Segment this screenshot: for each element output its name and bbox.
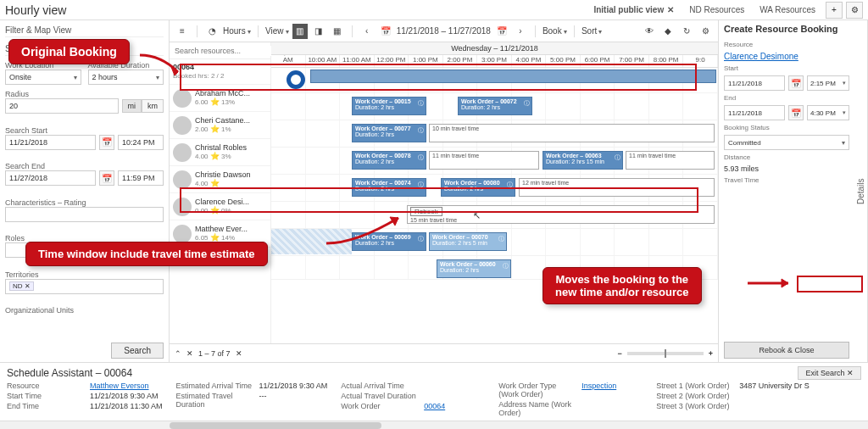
radius-unit-toggle[interactable]: mikm <box>122 99 164 113</box>
work-location-select[interactable]: Onsite <box>5 70 81 85</box>
hours-dropdown[interactable]: Hours <box>223 26 251 36</box>
original-booking[interactable] <box>310 70 716 83</box>
book-dropdown[interactable]: Book <box>542 26 567 36</box>
search-end-label: Search End <box>5 162 164 170</box>
day-header: Wednesday – 11/21/2018 <box>271 42 718 55</box>
gear-icon[interactable]: ⚙ <box>698 24 713 39</box>
calendar-icon[interactable]: 📅 <box>494 24 509 39</box>
radius-input[interactable]: 20 <box>5 98 119 114</box>
details-sidebar[interactable]: Details <box>854 20 868 362</box>
work-order-block[interactable]: Work Order – 00015Duration: 2 hrsⓘ <box>352 97 426 115</box>
search-start-time[interactable]: 10:24 PM <box>118 135 164 150</box>
search-resources-input[interactable] <box>173 46 271 56</box>
prev-page[interactable]: ✕ <box>186 349 193 358</box>
work-order-block[interactable]: Work Order – 00070Duration: 2 hrs 5 minⓘ <box>429 232 507 251</box>
page-title: Hourly view <box>5 3 66 17</box>
work-order-type-link[interactable]: Inspection <box>581 382 616 398</box>
travel-time-window[interactable]: 12 min travel time <box>519 178 715 197</box>
zoom-out-button[interactable]: − <box>617 349 621 358</box>
work-order-block[interactable]: Work Order – 00072Duration: 2 hrsⓘ <box>458 97 532 115</box>
travel-time-window[interactable]: 10 min travel time <box>429 124 715 142</box>
settings-button[interactable]: ⚙ <box>846 2 863 19</box>
booking-marker-icon <box>287 70 305 89</box>
search-button[interactable]: Search <box>111 343 164 359</box>
gantt-row[interactable]: Work Order – 00074Duration: 2 hrsⓘ Work … <box>271 175 718 202</box>
resource-label: Resource <box>724 41 849 48</box>
exit-search-button[interactable]: Exit Search ✕ <box>798 366 861 380</box>
calendar-icon[interactable]: 📅 <box>788 75 804 91</box>
clock-icon: ◔ <box>204 24 220 39</box>
callout-rebook: Moves the booking to the new time and/or… <box>542 267 702 304</box>
gantt-row[interactable] <box>271 68 718 93</box>
avatar <box>173 143 192 162</box>
eye-icon[interactable]: 👁 <box>642 24 657 39</box>
panel-title: Create Resource Booking <box>724 24 849 34</box>
calendar-icon[interactable]: 📅 <box>99 135 114 150</box>
search-end-date[interactable]: 11/27/2018 <box>5 170 96 186</box>
work-order-block[interactable]: Work Order – 00063Duration: 2 hrs 15 min… <box>542 151 623 170</box>
work-order-block[interactable]: Work Order – 00080Duration: 2 hrsⓘ <box>441 178 515 197</box>
zoom-slider[interactable] <box>627 352 704 355</box>
start-label: Start <box>724 64 849 72</box>
split-view-icon[interactable]: ◨ <box>311 24 326 39</box>
resource-row[interactable]: Christie Dawson4.00 ⭐ <box>170 166 270 193</box>
work-order-block[interactable]: Work Order – 00078Duration: 2 hrsⓘ <box>352 151 426 170</box>
list-view-icon[interactable]: ▥ <box>292 24 308 39</box>
calendar-icon[interactable]: 📅 <box>378 24 393 39</box>
resource-link[interactable]: Matthew Everson <box>90 382 149 390</box>
filter-icon[interactable]: ≡ <box>175 24 190 39</box>
rebook-close-button[interactable]: Rebook & Close <box>724 342 849 359</box>
work-order-block[interactable]: Work Order – 00074Duration: 2 hrsⓘ <box>352 178 426 197</box>
cursor-icon: ↖ <box>473 210 481 221</box>
gantt-row[interactable]: Work Order – 00077Duration: 2 hrsⓘ 10 mi… <box>271 120 718 148</box>
search-start-date[interactable]: 11/21/2018 <box>5 135 96 150</box>
tab-nd-resources[interactable]: ND Resources <box>682 3 751 16</box>
filter-map-section[interactable]: Filter & Map View <box>5 24 164 37</box>
calendar-icon[interactable]: 📅 <box>788 105 804 120</box>
diamond-icon[interactable]: ◆ <box>660 24 676 39</box>
resource-row[interactable]: Christal Robles4.00 ⭐ 3% <box>170 139 270 166</box>
grid-view-icon[interactable]: ▦ <box>330 24 345 39</box>
travel-time-window[interactable]: 11 min travel time <box>626 151 715 170</box>
sort-dropdown[interactable]: Sort <box>581 26 603 36</box>
end-date-input[interactable]: 11/21/2018 <box>724 105 785 120</box>
calendar-icon[interactable]: 📅 <box>99 170 114 186</box>
territories-input[interactable]: ND ✕ <box>5 279 164 294</box>
add-tab-button[interactable]: + <box>826 2 843 19</box>
close-icon[interactable]: ✕ <box>667 5 674 14</box>
status-select[interactable]: Committed <box>724 135 849 150</box>
next-page[interactable]: ✕ <box>236 349 242 358</box>
search-end-time[interactable]: 11:59 PM <box>118 170 164 186</box>
work-order-block[interactable]: Work Order – 00060Duration: 2 hrsⓘ <box>437 259 511 278</box>
gantt-row[interactable]: Work Order – 00078Duration: 2 hrsⓘ 11 mi… <box>271 148 718 175</box>
end-label: End <box>724 94 849 102</box>
resource-row[interactable]: Abraham McC...6.00 ⭐ 13% <box>170 85 270 112</box>
view-dropdown[interactable]: View <box>265 26 289 36</box>
date-range[interactable]: 11/21/2018 – 11/27/2018 <box>397 26 491 36</box>
end-time-select[interactable]: 4:30 PM <box>807 105 849 120</box>
horizontal-scrollbar[interactable] <box>0 421 868 429</box>
pager-text: 1 – 7 of 7 <box>198 349 231 358</box>
callout-travel-time: Time window include travel time estimate <box>25 242 268 266</box>
collapse-icon[interactable]: ⌃ <box>175 349 181 358</box>
rebook-tooltip: Rebook <box>410 207 442 216</box>
pager: ⌃ ✕ 1 – 7 of 7 ✕ − + <box>170 343 718 362</box>
characteristics-input[interactable] <box>5 207 164 222</box>
travel-time-window[interactable]: 11 min travel time <box>429 151 539 170</box>
resource-row[interactable]: Clarence Desi...0.00 ⭐ 0% <box>170 193 270 220</box>
resource-link[interactable]: Clarence Desimone <box>724 52 849 61</box>
work-order-link[interactable]: 00064 <box>424 402 445 410</box>
tab-initial-public-view[interactable]: Initial public view✕ <box>587 3 681 16</box>
resource-row[interactable]: Cheri Castane...2.00 ⭐ 1% <box>170 112 270 139</box>
tab-wa-resources[interactable]: WA Resources <box>753 3 822 16</box>
avatar <box>173 198 192 216</box>
prev-button[interactable]: ‹ <box>359 24 375 39</box>
start-time-select[interactable]: 2:15 PM <box>807 75 849 91</box>
travel-time-window[interactable]: Rebook 15 min travel time <box>407 205 715 224</box>
work-order-block[interactable]: Work Order – 00077Duration: 2 hrsⓘ <box>352 124 426 142</box>
next-button[interactable]: › <box>513 24 528 39</box>
refresh-icon[interactable]: ↻ <box>679 24 694 39</box>
start-date-input[interactable]: 11/21/2018 <box>724 75 785 91</box>
gantt-row[interactable]: Work Order – 00015Duration: 2 hrsⓘ Work … <box>271 93 718 120</box>
zoom-in-button[interactable]: + <box>709 349 713 358</box>
